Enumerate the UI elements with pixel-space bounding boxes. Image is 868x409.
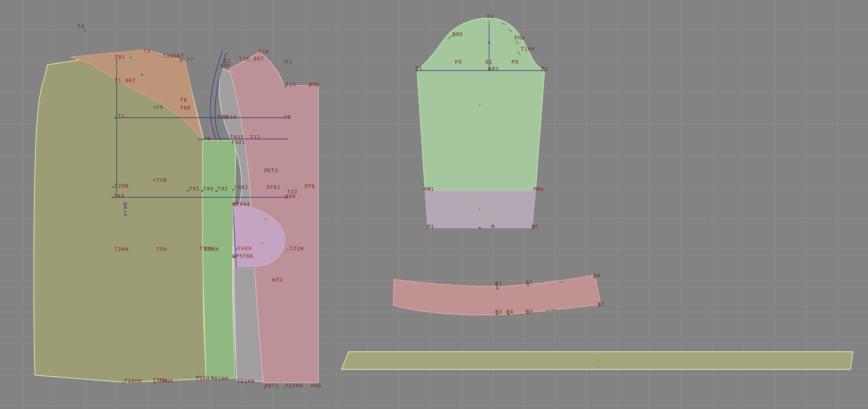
marker-sq-19[interactable] xyxy=(261,242,263,244)
label-Т5[interactable]: Т5 xyxy=(156,104,164,110)
label-В5[interactable]: В5 xyxy=(598,301,605,307)
label-РЛО[interactable]: РЛО xyxy=(452,31,463,37)
label-Т15[interactable]: Т15 xyxy=(286,82,296,87)
marker-sq-9[interactable] xyxy=(202,139,204,141)
marker-sq-20[interactable] xyxy=(265,218,267,220)
label-Т0[interactable]: Т0 xyxy=(77,23,85,29)
label-Р2[interactable]: Р2 xyxy=(541,66,549,72)
label-Т08[interactable]: Т08 xyxy=(180,105,191,111)
marker-sq-8[interactable] xyxy=(219,127,221,129)
label-Т22Н[interactable]: Т22Н xyxy=(290,246,304,251)
label-Т16[interactable]: Т16 xyxy=(259,49,269,54)
marker-sq-51[interactable] xyxy=(598,360,600,361)
label-Т92Н[interactable]: Т92Н xyxy=(196,375,210,381)
label-Т10Р[interactable]: Т10Р xyxy=(521,46,535,52)
label-Т5В[interactable]: Т5В xyxy=(156,177,167,183)
marker-sq-12[interactable] xyxy=(112,197,114,198)
label-Т91[interactable]: Т91 xyxy=(189,186,200,192)
label-Т66[interactable]: Т66 xyxy=(243,253,254,259)
marker-sq-11[interactable] xyxy=(113,186,115,188)
label-Р1[interactable]: Р1 xyxy=(415,65,422,71)
label-МХ2[interactable]: МХ2 xyxy=(534,186,545,192)
label-М[interactable]: М xyxy=(491,224,495,229)
label-сгиб[interactable]: сгиб xyxy=(122,202,128,216)
label-КР2[interactable]: КР2 xyxy=(272,277,283,283)
label-В6[interactable]: В6 xyxy=(594,273,601,278)
label-РП[interactable]: РП xyxy=(511,59,519,65)
label-ЛБТ2[interactable]: ЛБТ2 xyxy=(264,167,278,173)
marker-sq-24[interactable] xyxy=(287,249,288,251)
label-О01[interactable]: О01 xyxy=(488,66,499,72)
label-ТХ62[interactable]: ТХ62 xyxy=(234,184,249,190)
label-Т12[interactable]: Т12 xyxy=(250,134,261,140)
marker-sq-36[interactable] xyxy=(488,42,490,44)
marker-sq-50[interactable] xyxy=(497,288,498,289)
marker-sq-14[interactable] xyxy=(201,190,203,192)
label-Т34ОБТ[interactable]: Т34ОБТ xyxy=(163,53,184,59)
label-МХ1[interactable]: МХ1 xyxy=(424,186,434,192)
label-М1[interactable]: М1 xyxy=(427,224,434,229)
label-Т91Н[interactable]: Т91Н xyxy=(205,246,219,252)
label-Т20В[interactable]: Т20В xyxy=(115,183,129,189)
marker-sq-6[interactable] xyxy=(116,124,118,126)
label-В2[interactable]: В2 xyxy=(495,309,502,315)
label-ЛТ01[interactable]: ЛТ01 xyxy=(267,184,281,190)
label-В1[interactable]: В1 xyxy=(495,280,502,286)
marker-sq-49[interactable] xyxy=(496,295,497,296)
label-ГО[interactable]: ГО xyxy=(284,114,291,120)
label-ЛБТ1[interactable]: ЛБТ1 xyxy=(265,383,279,388)
label-ЛТ0[interactable]: ЛТ0 xyxy=(304,183,315,189)
label-В7[interactable]: В7 xyxy=(526,279,533,285)
label-О2[interactable]: О2 xyxy=(487,13,494,19)
marker-sq-25[interactable] xyxy=(122,382,124,384)
label-Т01НН[interactable]: Т01НН xyxy=(211,376,229,381)
marker-tick-69[interactable] xyxy=(551,310,556,310)
marker-sq-38[interactable] xyxy=(479,208,480,210)
label-Т22НН[interactable]: Т22НН xyxy=(285,383,303,388)
piece-sleeve-piece[interactable] xyxy=(417,18,545,191)
label-Т1_ОБТ[interactable]: Т1_ОБТ xyxy=(115,77,136,84)
label-О1[interactable]: О1 xyxy=(486,59,493,65)
pattern-cad-canvas[interactable]: Т0Т01Т3Т34ОБТТ7Т1_ОБТХ2Т9ПТ16_ОБТТ16Х1Т1… xyxy=(0,0,868,409)
label-Т62НН[interactable]: Т62НН xyxy=(237,378,255,384)
label-Т5Н[interactable]: Т5Н xyxy=(156,246,167,252)
marker-sq-39[interactable] xyxy=(479,227,481,229)
label-Т8НН[interactable]: Т8НН xyxy=(159,378,173,384)
marker-sq-4[interactable] xyxy=(154,107,156,108)
label-Х00[interactable]: Х00 xyxy=(285,193,296,199)
label-В4[interactable]: В4 xyxy=(506,309,514,315)
marker-tick-68[interactable] xyxy=(545,310,550,310)
label-Т040[interactable]: Т040 xyxy=(223,114,237,120)
label-Т16_ОБТ[interactable]: Т16_ОБТ xyxy=(239,56,264,62)
label-М2[interactable]: М2 xyxy=(532,224,539,229)
label-Т9[interactable]: Т9 xyxy=(204,136,211,141)
label-Т9П[interactable]: Т9П xyxy=(220,63,231,69)
label-РПО[interactable]: РПО xyxy=(514,35,525,41)
marker-sq-2[interactable] xyxy=(115,65,117,67)
label-Т3[interactable]: Т3 xyxy=(143,48,151,54)
label-ТАЛ[interactable]: ТАЛ xyxy=(114,193,125,199)
label-КРХ44[interactable]: КРХ44 xyxy=(232,201,250,207)
label-Т1[interactable]: Т1 xyxy=(118,113,125,119)
label-Т20Н[interactable]: Т20Н xyxy=(115,246,129,252)
label-Т68Н[interactable]: Т68Н xyxy=(238,246,252,251)
label-Т921[interactable]: Т921 xyxy=(231,139,246,145)
label-Т92[interactable]: Т92 xyxy=(218,186,228,192)
marker-sq-37[interactable] xyxy=(479,104,481,106)
label-НПБ[interactable]: НПБ xyxy=(311,383,322,388)
label-Т8[interactable]: Т8 xyxy=(180,97,187,103)
marker-sq-0[interactable] xyxy=(84,30,86,32)
piece-belt-strip-piece[interactable] xyxy=(341,352,853,369)
piece-center-green-panel-piece[interactable] xyxy=(202,140,236,379)
label-Т20НН[interactable]: Т20НН xyxy=(124,378,142,384)
label-Т7[interactable]: Т7 xyxy=(187,57,194,63)
marker-sq-15[interactable] xyxy=(216,190,218,192)
label-В3[interactable]: В3 xyxy=(526,309,533,314)
label-Х1[interactable]: Х1 xyxy=(286,59,293,64)
marker-sq-3[interactable] xyxy=(141,74,143,76)
marker-tick-67[interactable] xyxy=(559,282,563,282)
label-КР5[interactable]: КР5 xyxy=(232,253,243,259)
label-РЛ[interactable]: РЛ xyxy=(455,59,462,65)
label-Т01[interactable]: Т01 xyxy=(115,54,125,60)
label-ВПБ[interactable]: ВПБ xyxy=(309,82,320,87)
